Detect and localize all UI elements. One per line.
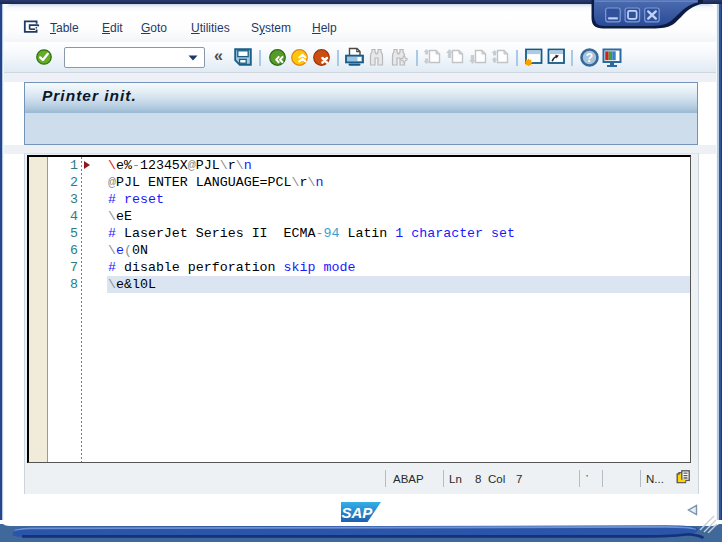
svg-text:SAP: SAP: [342, 504, 374, 521]
svg-text:?: ?: [586, 51, 593, 65]
